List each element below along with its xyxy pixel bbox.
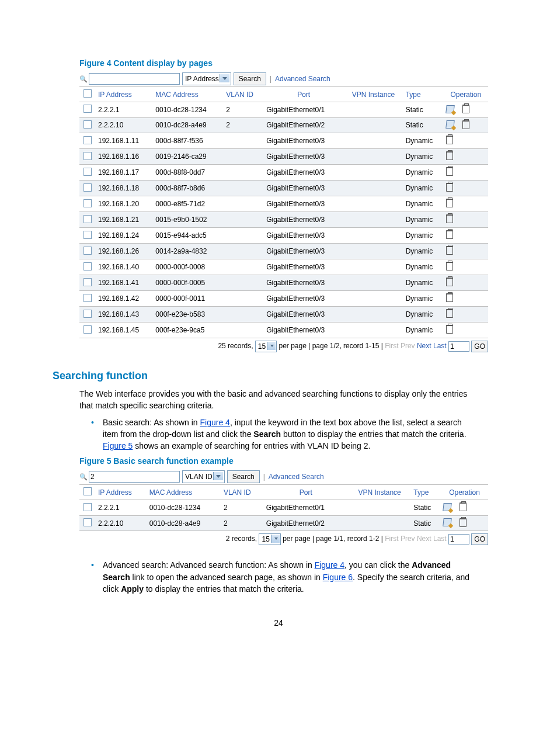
table-row: 192.168.1.400000-000f-0008GigabitEtherne… — [79, 259, 488, 275]
link-figure5[interactable]: Figure 5 — [103, 441, 133, 450]
trash-icon[interactable] — [446, 167, 453, 176]
search-button-f4[interactable]: Search — [234, 72, 266, 85]
advanced-search-link-f5[interactable]: Advanced Search — [269, 473, 324, 481]
bold-search: Search — [253, 429, 281, 439]
col-vlan[interactable]: VLAN ID — [221, 485, 264, 500]
col-port[interactable]: Port — [264, 87, 343, 102]
link-figure6[interactable]: Figure 6 — [323, 573, 353, 582]
trash-icon[interactable] — [446, 230, 453, 239]
checkbox-all-icon[interactable] — [83, 89, 92, 98]
row-checkbox[interactable] — [83, 199, 92, 207]
per-page-dropdown-f5[interactable]: 15 — [259, 533, 280, 545]
search-field-dropdown-f4[interactable]: IP Address — [182, 72, 231, 85]
row-checkbox[interactable] — [83, 105, 92, 113]
row-checkbox[interactable] — [83, 168, 92, 176]
row-checkbox[interactable] — [83, 183, 92, 192]
trash-icon[interactable] — [459, 518, 467, 527]
table-row: 192.168.1.43000f-e23e-b583GigabitEtherne… — [79, 307, 488, 322]
trash-icon[interactable] — [446, 278, 453, 286]
edit-icon[interactable] — [443, 503, 451, 511]
link-figure4[interactable]: Figure 4 — [200, 418, 230, 427]
go-button-f5[interactable]: GO — [471, 533, 488, 545]
cell-vlan: 2 — [221, 500, 264, 516]
trash-icon[interactable] — [446, 136, 453, 144]
row-checkbox[interactable] — [83, 278, 92, 286]
trash-icon[interactable] — [446, 293, 453, 302]
col-check[interactable] — [79, 485, 96, 500]
pager-prev: Prev — [401, 342, 415, 350]
chevron-down-icon — [216, 475, 221, 478]
search-input-f5[interactable] — [89, 471, 180, 483]
cell-port: GigabitEthernet0/3 — [264, 212, 343, 228]
edit-icon[interactable] — [446, 120, 454, 129]
cell-type: Dynamic — [403, 307, 444, 322]
edit-icon[interactable] — [443, 518, 451, 526]
col-ip[interactable]: IP Address — [96, 485, 147, 500]
search-input-f4[interactable] — [89, 73, 180, 85]
trash-icon[interactable] — [446, 183, 453, 192]
trash-icon[interactable] — [446, 325, 453, 334]
cell-mac: 000d-88f8-0dd7 — [153, 165, 224, 181]
col-port[interactable]: Port — [264, 485, 348, 500]
text: shows an example of searching for entrie… — [133, 441, 370, 450]
row-checkbox[interactable] — [83, 231, 92, 239]
cell-ip: 192.168.1.40 — [96, 259, 153, 275]
checkbox-all-icon[interactable] — [83, 487, 92, 495]
table-row: 192.168.1.260014-2a9a-4832GigabitEtherne… — [79, 244, 488, 259]
trash-icon[interactable] — [446, 151, 453, 160]
col-type[interactable]: Type — [411, 485, 441, 500]
go-button-f4[interactable]: GO — [471, 341, 488, 352]
edit-icon[interactable] — [446, 105, 454, 113]
trash-icon[interactable] — [446, 246, 453, 255]
row-checkbox[interactable] — [83, 120, 92, 129]
page-number-input-f5[interactable] — [448, 534, 469, 545]
col-mac[interactable]: MAC Address — [153, 87, 224, 102]
figure4: 🔍 IP Address Search | Advanced Search IP… — [79, 72, 488, 352]
trash-icon[interactable] — [446, 214, 453, 223]
page-number-input-f4[interactable] — [448, 341, 469, 352]
intro-paragraph: The Web interface provides you with the … — [79, 388, 478, 412]
pager-next[interactable]: Next — [417, 342, 431, 350]
row-checkbox[interactable] — [83, 518, 92, 526]
trash-icon[interactable] — [459, 502, 467, 511]
col-check[interactable] — [79, 87, 96, 102]
row-checkbox[interactable] — [83, 503, 92, 511]
link-figure4-b[interactable]: Figure 4 — [315, 560, 344, 570]
separator: | — [270, 75, 271, 83]
cell-vpn — [343, 322, 403, 338]
trash-icon[interactable] — [462, 105, 469, 113]
row-checkbox[interactable] — [83, 294, 92, 302]
col-type[interactable]: Type — [403, 87, 444, 102]
row-checkbox[interactable] — [83, 310, 92, 318]
cell-mac: 0010-dc28-1234 — [147, 500, 221, 516]
bold-apply: Apply — [121, 584, 144, 594]
col-ip[interactable]: IP Address — [96, 87, 153, 102]
col-vlan[interactable]: VLAN ID — [224, 87, 264, 102]
table-row: 192.168.1.160019-2146-ca29GigabitEtherne… — [79, 149, 488, 165]
row-checkbox[interactable] — [83, 247, 92, 255]
row-checkbox[interactable] — [83, 325, 92, 334]
bullet-basic-search: Basic search: As shown in Figure 4, inpu… — [91, 417, 478, 452]
cell-ip: 2.2.2.1 — [96, 500, 147, 516]
trash-icon[interactable] — [446, 199, 453, 207]
row-checkbox[interactable] — [83, 262, 92, 271]
trash-icon[interactable] — [446, 262, 453, 271]
col-mac[interactable]: MAC Address — [147, 485, 221, 500]
chevron-down-icon — [222, 77, 227, 80]
row-checkbox[interactable] — [83, 136, 92, 144]
cell-op — [444, 307, 488, 322]
per-page-dropdown-f4[interactable]: 15 — [255, 341, 277, 352]
pager-last[interactable]: Last — [433, 342, 447, 350]
trash-icon[interactable] — [446, 309, 453, 318]
trash-icon[interactable] — [462, 120, 469, 129]
cell-vpn — [343, 291, 403, 307]
col-vpn[interactable]: VPN Instance — [348, 485, 411, 500]
search-field-dropdown-f5[interactable]: VLAN ID — [182, 470, 225, 483]
advanced-search-link-f4[interactable]: Advanced Search — [275, 75, 330, 83]
row-checkbox[interactable] — [83, 215, 92, 223]
row-checkbox[interactable] — [83, 152, 92, 160]
col-vpn[interactable]: VPN Instance — [343, 87, 403, 102]
search-button-f5[interactable]: Search — [227, 470, 260, 483]
cell-op — [444, 275, 488, 291]
cell-vlan — [224, 259, 264, 275]
